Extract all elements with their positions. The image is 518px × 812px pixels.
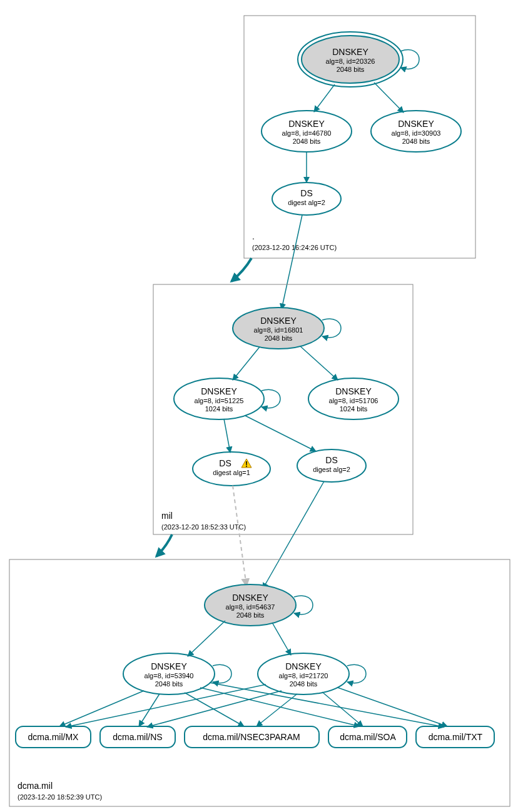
svg-text:2048 bits: 2048 bits [402, 138, 430, 145]
svg-text:2048 bits: 2048 bits [265, 334, 293, 342]
svg-text:DNSKEY: DNSKEY [288, 119, 325, 129]
svg-text:2048 bits: 2048 bits [293, 138, 321, 145]
node-dcma-mx: dcma.mil/MX [16, 726, 91, 748]
edge-rootds-to-milksk [282, 215, 302, 309]
node-dcma-txt: dcma.mil/TXT [416, 726, 494, 748]
node-dcma-zsk2: DNSKEY alg=8, id=21720 2048 bits [258, 653, 349, 694]
svg-text:dcma.mil: dcma.mil [18, 781, 53, 791]
delegation-mil-to-dcma [156, 534, 172, 556]
svg-text:(2023-12-20 18:52:39 UTC): (2023-12-20 18:52:39 UTC) [18, 793, 102, 801]
svg-text:alg=8, id=20326: alg=8, id=20326 [326, 58, 375, 65]
svg-text:1024 bits: 1024 bits [205, 405, 233, 413]
svg-text:alg=8, id=30903: alg=8, id=30903 [392, 129, 441, 137]
svg-text:2048 bits: 2048 bits [290, 680, 318, 688]
svg-text:DS: DS [219, 458, 231, 468]
svg-text:DS: DS [300, 188, 312, 198]
svg-text:dcma.mil/SOA: dcma.mil/SOA [340, 732, 396, 742]
node-dcma-ksk: DNSKEY alg=8, id=54637 2048 bits [205, 584, 296, 626]
node-dcma-nsec3param: dcma.mil/NSEC3PARAM [185, 726, 319, 748]
node-mil-zsk1: DNSKEY alg=8, id=51225 1024 bits [174, 378, 264, 419]
svg-text:2048 bits: 2048 bits [236, 611, 265, 619]
svg-text:dcma.mil/NS: dcma.mil/NS [113, 732, 162, 742]
svg-text:DNSKEY: DNSKEY [285, 661, 322, 671]
node-root-ds: DS digest alg=2 [272, 183, 341, 215]
svg-text:alg=8, id=21720: alg=8, id=21720 [279, 672, 328, 679]
node-dcma-zsk1: DNSKEY alg=8, id=53940 2048 bits [123, 653, 215, 694]
zone-mil-name: mil [161, 511, 173, 521]
svg-text:dcma.mil/NSEC3PARAM: dcma.mil/NSEC3PARAM [203, 732, 300, 742]
svg-text:1024 bits: 1024 bits [340, 405, 368, 413]
svg-text:DNSKEY: DNSKEY [398, 119, 434, 129]
zone-dcma: dcma.mil (2023-12-20 18:52:39 UTC) DNSKE… [9, 559, 510, 806]
zone-root-name: . [252, 231, 255, 241]
svg-text:digest alg=1: digest alg=1 [213, 469, 250, 476]
svg-text:(2023-12-20 18:52:33 UTC): (2023-12-20 18:52:33 UTC) [161, 523, 246, 531]
dnssec-chain-diagram: . (2023-12-20 16:24:26 UTC) DNSKEY alg=8… [0, 0, 518, 812]
edge-milds2-to-dcmaksk [263, 481, 324, 589]
svg-text:DS: DS [325, 455, 337, 465]
node-mil-ksk: DNSKEY alg=8, id=16801 2048 bits [233, 308, 324, 349]
svg-text:DNSKEY: DNSKEY [151, 661, 187, 671]
svg-text:2048 bits: 2048 bits [337, 66, 365, 73]
svg-text:alg=8, id=46780: alg=8, id=46780 [282, 129, 332, 137]
delegation-root-to-mil [231, 258, 251, 281]
svg-text:digest alg=2: digest alg=2 [288, 199, 325, 206]
svg-text:DNSKEY: DNSKEY [335, 386, 372, 396]
zone-root: . (2023-12-20 16:24:26 UTC) DNSKEY alg=8… [244, 16, 475, 258]
node-mil-zsk2: DNSKEY alg=8, id=51706 1024 bits [308, 378, 399, 419]
node-dcma-soa: dcma.mil/SOA [328, 726, 407, 748]
svg-text:2048 bits: 2048 bits [155, 680, 183, 688]
node-root-zsk2: DNSKEY alg=8, id=30903 2048 bits [371, 111, 461, 152]
svg-text:digest alg=2: digest alg=2 [313, 466, 350, 473]
zone-mil: mil (2023-12-20 18:52:33 UTC) DNSKEY alg… [153, 284, 413, 534]
svg-text:!: ! [245, 460, 248, 469]
svg-text:DNSKEY: DNSKEY [260, 316, 297, 326]
node-root-zsk1: DNSKEY alg=8, id=46780 2048 bits [262, 111, 352, 152]
svg-text:alg=8, id=16801: alg=8, id=16801 [254, 326, 303, 334]
svg-text:alg=8, id=51225: alg=8, id=51225 [195, 397, 244, 404]
node-mil-ds2: DS digest alg=2 [297, 449, 366, 482]
svg-text:DNSKEY: DNSKEY [201, 386, 237, 396]
svg-text:DNSKEY: DNSKEY [332, 47, 368, 57]
svg-text:alg=8, id=51706: alg=8, id=51706 [329, 397, 378, 404]
svg-text:DNSKEY: DNSKEY [232, 593, 268, 603]
node-root-ksk: DNSKEY alg=8, id=20326 2048 bits [298, 32, 403, 87]
svg-text:dcma.mil/TXT: dcma.mil/TXT [429, 732, 483, 742]
svg-text:alg=8, id=53940: alg=8, id=53940 [145, 672, 194, 679]
edge-milds1-to-dcmaksk [233, 486, 246, 586]
svg-text:alg=8, id=54637: alg=8, id=54637 [226, 603, 275, 611]
node-dcma-ns: dcma.mil/NS [100, 726, 175, 748]
svg-text:dcma.mil/MX: dcma.mil/MX [28, 732, 79, 742]
node-mil-ds1: DS digest alg=1 ! [193, 452, 270, 486]
